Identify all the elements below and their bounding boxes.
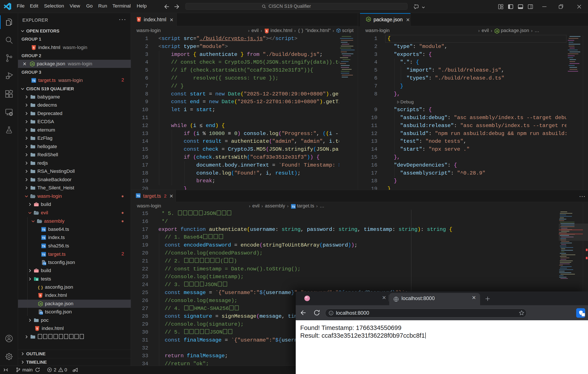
svg-text:TS: TS <box>42 253 45 256</box>
svg-text:TS: TS <box>42 228 45 231</box>
svg-text:5: 5 <box>266 30 268 33</box>
svg-text:JS: JS <box>496 30 499 32</box>
svg-text:TS: TS <box>42 236 45 239</box>
svg-text:JS: JS <box>31 63 34 65</box>
svg-text:TS: TS <box>43 262 46 265</box>
svg-text:TS: TS <box>32 79 35 82</box>
svg-text:5: 5 <box>33 46 35 49</box>
svg-text:{ }: { } <box>38 285 43 290</box>
svg-text:5: 5 <box>40 294 41 297</box>
svg-text:JS: JS <box>367 18 370 21</box>
svg-text:5: 5 <box>138 18 140 21</box>
svg-text:5: 5 <box>36 327 38 330</box>
svg-text:TS: TS <box>292 205 295 208</box>
svg-text:TS: TS <box>42 245 45 248</box>
svg-text:JS: JS <box>39 303 42 305</box>
svg-text:TS: TS <box>40 312 43 314</box>
svg-text:TS: TS <box>136 194 140 198</box>
